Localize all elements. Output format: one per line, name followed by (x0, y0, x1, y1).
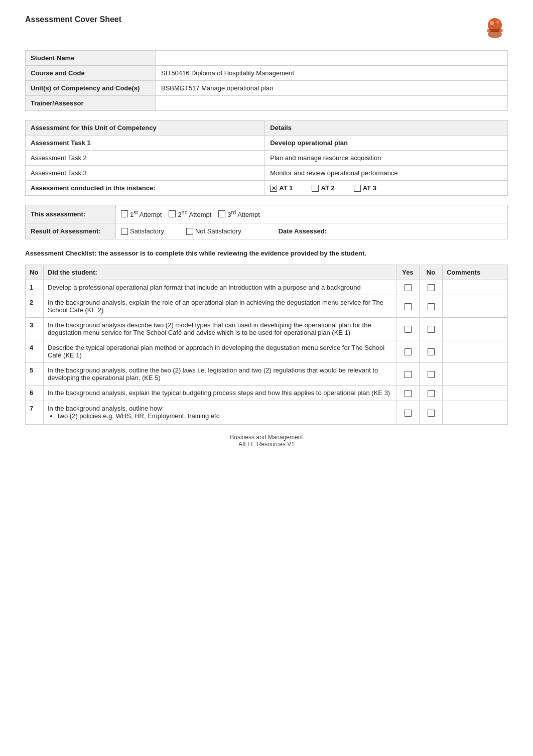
svg-rect-4 (487, 29, 503, 32)
yes-checkbox[interactable] (405, 371, 412, 378)
yes-checkbox[interactable] (405, 390, 412, 397)
instance-row: Assessment conducted in this instance:✕ … (26, 181, 508, 196)
at1-checkbox[interactable]: ✕ AT 1 (270, 184, 293, 192)
checklist-item-row: 7In the background analysis, outline how… (26, 401, 508, 424)
info-row: Student Name (26, 51, 508, 66)
no-checkbox[interactable] (428, 284, 435, 291)
checklist-item-row: 1Develop a professional operational plan… (26, 280, 508, 295)
checklist-item-row: 2In the background analysis, explain the… (26, 295, 508, 318)
info-row: Course and CodeSIT50416 Diploma of Hospi… (26, 66, 508, 81)
no-checkbox[interactable] (428, 303, 435, 310)
satisfactory-checkbox[interactable]: Satisfactory (121, 227, 164, 235)
yes-checkbox[interactable] (405, 284, 412, 291)
competency-task-row: Assessment Task 2Plan and manage resourc… (26, 151, 508, 166)
footer-line1: Business and Management (25, 434, 508, 441)
attempt1-checkbox[interactable]: 1st Attempt (121, 209, 162, 218)
no-checkbox[interactable] (428, 410, 435, 417)
competency-task-row: Assessment Task 3Monitor and review oper… (26, 166, 508, 181)
date-assessed-label: Date Assessed: (279, 227, 327, 235)
info-label: Student Name (26, 51, 156, 66)
this-assessment-row: This assessment: 1st Attempt 2nd Attempt… (26, 205, 508, 223)
info-label: Course and Code (26, 66, 156, 81)
at3-checkbox[interactable]: AT 3 (354, 184, 376, 192)
competency-table: Assessment for this Unit of CompetencyDe… (25, 120, 508, 196)
info-value (156, 51, 508, 66)
checklist-item-row: 5In the background analysis, outline the… (26, 363, 508, 386)
page-header: Assessment Cover Sheet (25, 15, 508, 41)
at2-checkbox[interactable]: AT 2 (312, 184, 334, 192)
no-checkbox[interactable] (428, 348, 435, 355)
no-checkbox[interactable] (428, 326, 435, 333)
yes-checkbox[interactable] (405, 348, 412, 355)
info-label: Unit(s) of Competency and Code(s) (26, 81, 156, 96)
info-row: Trainer/Assessor (26, 96, 508, 111)
no-checkbox[interactable] (428, 390, 435, 397)
info-value: SIT50416 Diploma of Hospitality Manageme… (156, 66, 508, 81)
info-value: BSBMGT517 Manage operational plan (156, 81, 508, 96)
info-label: Trainer/Assessor (26, 96, 156, 111)
result-row: Result of Assessment: Satisfactory Not S… (26, 223, 508, 239)
competency-task-row: Assessment Task 1Develop operational pla… (26, 136, 508, 151)
svg-point-2 (490, 21, 494, 25)
yes-checkbox[interactable] (405, 410, 412, 417)
checklist-header-row: NoDid the student:YesNoComments (26, 265, 508, 280)
no-checkbox[interactable] (428, 371, 435, 378)
checklist-intro: Assessment Checklist: the assessor is to… (25, 248, 508, 259)
info-value (156, 96, 508, 111)
footer-line2: AILFE Resources V1 (25, 441, 508, 448)
checklist-table: NoDid the student:YesNoComments 1Develop… (25, 265, 508, 425)
not-satisfactory-checkbox[interactable]: Not Satisfactory (186, 227, 241, 235)
yes-checkbox[interactable] (405, 326, 412, 333)
attempt3-checkbox[interactable]: 3rd Attempt (218, 209, 260, 218)
checklist-item-row: 6In the background analysis, explain the… (26, 386, 508, 401)
page-footer: Business and Management AILFE Resources … (25, 434, 508, 448)
attempt-table: This assessment: 1st Attempt 2nd Attempt… (25, 205, 508, 239)
checklist-intro-bold: Assessment Checklist: (25, 249, 96, 257)
svg-point-3 (496, 21, 499, 24)
checklist-intro-text: the assessor is to complete this while r… (96, 249, 366, 257)
checklist-item-row: 3In the background analysis describe two… (26, 318, 508, 340)
yes-checkbox[interactable] (405, 303, 412, 310)
page-title: Assessment Cover Sheet (25, 15, 121, 24)
competency-header-row: Assessment for this Unit of CompetencyDe… (26, 120, 508, 136)
logo-icon (482, 15, 508, 41)
checklist-item-row: 4Describe the typical operational plan m… (26, 340, 508, 363)
info-table: Student NameCourse and CodeSIT50416 Dipl… (25, 50, 508, 111)
info-row: Unit(s) of Competency and Code(s)BSBMGT5… (26, 81, 508, 96)
attempt2-checkbox[interactable]: 2nd Attempt (169, 209, 211, 218)
